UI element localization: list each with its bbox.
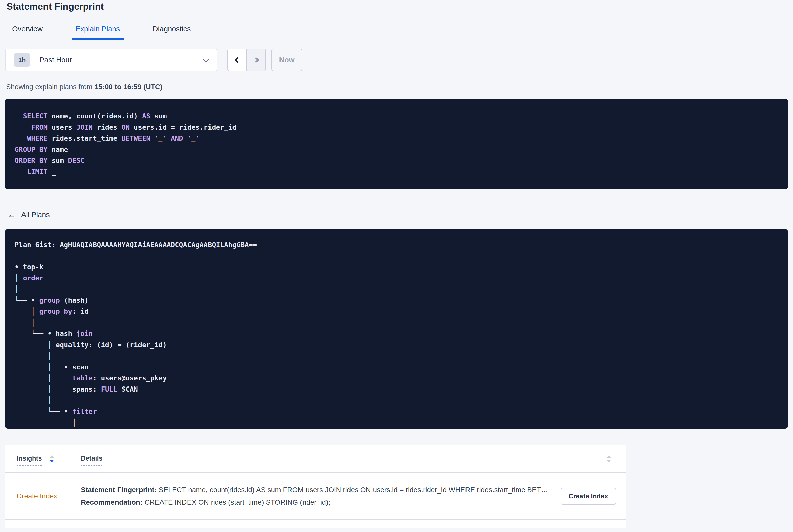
statement-fingerprint-page: Statement Fingerprint Overview Explain P… — [0, 1, 793, 532]
card-bottom-spacer — [5, 520, 626, 529]
statement-fingerprint-text: SELECT name, count(rides.id) AS sum FROM… — [157, 486, 550, 494]
now-button[interactable]: Now — [271, 49, 302, 71]
sort-down-arrow-icon — [606, 459, 611, 462]
recommendation-text: CREATE INDEX ON rides (start_time) STORI… — [143, 498, 330, 506]
statement-fingerprint-label: Statement Fingerprint: — [81, 486, 157, 494]
insights-table-card: Insights Details Create Index Statement — [5, 445, 626, 529]
tab-bar: Overview Explain Plans Diagnostics — [0, 25, 793, 39]
sort-down-arrow-icon — [50, 459, 54, 462]
chevron-right-icon — [253, 57, 259, 63]
sort-icon[interactable] — [50, 455, 54, 466]
chevron-left-icon — [234, 57, 240, 63]
time-range-nav — [227, 49, 266, 71]
summary-prefix: Showing explain plans from — [6, 83, 95, 91]
details-column-label[interactable]: Details — [81, 454, 102, 466]
statement-fingerprint-line: Statement Fingerprint: SELECT name, coun… — [81, 483, 550, 496]
back-arrow-icon: ← — [7, 211, 16, 219]
tab-explain-plans[interactable]: Explain Plans — [76, 25, 120, 39]
time-picker-row: 1h Past Hour Now — [5, 49, 788, 71]
sort-icon[interactable] — [606, 455, 611, 466]
tab-diagnostics[interactable]: Diagnostics — [153, 25, 191, 39]
sort-up-arrow-icon — [50, 455, 54, 458]
next-range-button[interactable] — [247, 49, 265, 71]
sort-up-arrow-icon — [606, 455, 611, 458]
chevron-down-icon — [203, 56, 209, 62]
plan-gist-block: Plan Gist: AgHUAQIABQAAAAHYAQIAiAEAAAADC… — [5, 229, 788, 429]
insight-details-cell: Statement Fingerprint: SELECT name, coun… — [81, 483, 561, 509]
recommendation-line: Recommendation: CREATE INDEX ON rides (s… — [81, 496, 550, 509]
create-index-button[interactable]: Create Index — [561, 488, 616, 505]
insights-column-label[interactable]: Insights — [17, 454, 42, 466]
time-range-label: Past Hour — [39, 56, 72, 64]
previous-range-button[interactable] — [228, 49, 247, 71]
all-plans-link[interactable]: ← All Plans — [7, 211, 50, 219]
insight-action-cell: Create Index — [561, 488, 626, 505]
table-row: Create Index Statement Fingerprint: SELE… — [5, 473, 626, 519]
summary-range: 15:00 to 16:59 (UTC) — [95, 83, 163, 91]
time-range-badge: 1h — [14, 53, 30, 67]
details-column-header: Details — [81, 454, 626, 466]
showing-plans-summary: Showing explain plans from 15:00 to 16:5… — [6, 83, 793, 91]
page-title: Statement Fingerprint — [6, 1, 793, 12]
sql-statement-block: SELECT name, count(rides.id) AS sum FROM… — [5, 98, 788, 189]
insights-column-header: Insights — [17, 454, 81, 466]
tab-overview[interactable]: Overview — [12, 25, 43, 39]
insight-type-cell: Create Index — [17, 492, 81, 500]
section-divider — [0, 203, 793, 203]
time-range-dropdown[interactable]: 1h Past Hour — [5, 49, 217, 71]
all-plans-label: All Plans — [21, 211, 50, 219]
create-index-link[interactable]: Create Index — [17, 492, 57, 500]
recommendation-label: Recommendation: — [81, 498, 143, 506]
insights-table-header: Insights Details — [5, 445, 626, 472]
